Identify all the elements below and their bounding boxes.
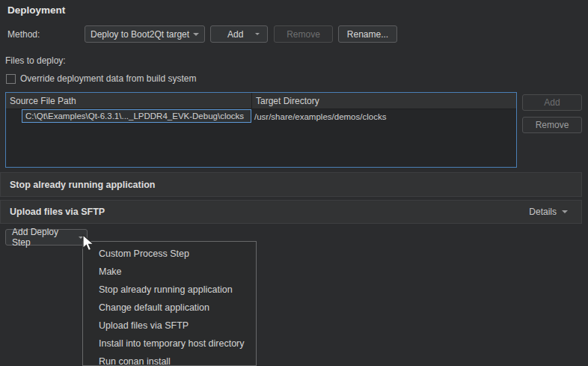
step-stop-running-application-bar[interactable]: Stop already running application bbox=[0, 172, 582, 197]
column-header-source[interactable]: Source File Path bbox=[6, 93, 251, 109]
override-deployment-checkbox[interactable] bbox=[6, 74, 16, 84]
add-deploy-step-button[interactable]: Add Deploy Step bbox=[5, 229, 88, 245]
step-upload-files-sftp-bar[interactable]: Upload files via SFTP Details bbox=[0, 200, 582, 224]
details-toggle[interactable]: Details bbox=[529, 207, 568, 217]
add-deploy-step-menu: Custom Process Step Make Stop already ru… bbox=[82, 241, 257, 366]
chevron-down-icon bbox=[562, 210, 568, 213]
override-deployment-label[interactable]: Override deployment data from build syst… bbox=[20, 73, 196, 84]
method-select-value: Deploy to Boot2Qt target bbox=[91, 29, 189, 40]
chevron-down-icon bbox=[255, 33, 260, 35]
table-row[interactable]: C:\Qt\Examples\Qt-6.3.1\..._LPDDR4_EVK-D… bbox=[6, 109, 516, 123]
method-remove-button[interactable]: Remove bbox=[274, 25, 333, 43]
table-add-button[interactable]: Add bbox=[522, 94, 582, 111]
target-directory-cell[interactable]: /usr/share/examples/demos/clocks bbox=[254, 110, 386, 123]
menu-item-upload-files-via-sftp[interactable]: Upload files via SFTP bbox=[83, 317, 256, 335]
column-header-target[interactable]: Target Directory bbox=[251, 93, 516, 109]
method-add-label: Add bbox=[227, 29, 243, 40]
step-title: Upload files via SFTP bbox=[10, 207, 105, 217]
table-remove-label: Remove bbox=[536, 120, 569, 130]
method-add-button[interactable]: Add bbox=[210, 25, 268, 43]
method-rename-button[interactable]: Rename... bbox=[338, 25, 397, 43]
method-remove-label: Remove bbox=[287, 29, 320, 40]
add-deploy-step-label: Add Deploy Step bbox=[12, 227, 79, 248]
chevron-down-icon bbox=[79, 237, 83, 239]
menu-item-run-conan-install[interactable]: Run conan install bbox=[83, 353, 256, 366]
deploy-files-table[interactable]: Source File Path Target Directory C:\Qt\… bbox=[5, 92, 517, 168]
source-path-cell[interactable]: C:\Qt\Examples\Qt-6.3.1\..._LPDDR4_EVK-D… bbox=[22, 109, 251, 123]
menu-item-custom-process-step[interactable]: Custom Process Step bbox=[83, 245, 256, 263]
step-title: Stop already running application bbox=[10, 180, 155, 190]
method-label: Method: bbox=[7, 29, 40, 40]
table-header-row: Source File Path Target Directory bbox=[6, 93, 516, 109]
method-select[interactable]: Deploy to Boot2Qt target bbox=[85, 25, 205, 43]
menu-item-change-default-application[interactable]: Change default application bbox=[83, 299, 256, 317]
chevron-down-icon bbox=[193, 33, 199, 36]
menu-item-make[interactable]: Make bbox=[83, 263, 256, 281]
menu-item-install-into-temporary-host-directory[interactable]: Install into temporary host directory bbox=[83, 335, 256, 353]
menu-item-stop-already-running-application[interactable]: Stop already running application bbox=[83, 281, 256, 299]
table-remove-button[interactable]: Remove bbox=[522, 117, 582, 133]
details-label: Details bbox=[529, 207, 557, 217]
files-to-deploy-label: Files to deploy: bbox=[5, 55, 66, 66]
deployment-settings-pane: { "header": { "title": "Deployment" }, "… bbox=[0, 0, 588, 366]
method-rename-label: Rename... bbox=[347, 29, 388, 40]
table-add-label: Add bbox=[544, 97, 560, 108]
page-title: Deployment bbox=[7, 4, 65, 16]
